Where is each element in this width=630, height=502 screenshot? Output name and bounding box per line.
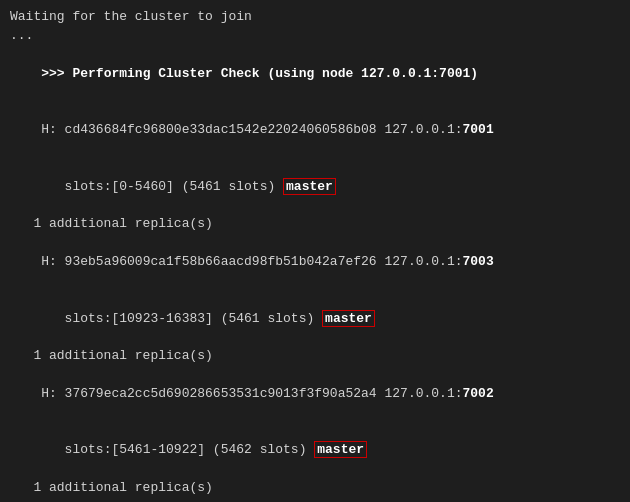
h2-replica-line: 1 additional replica(s) [10, 347, 620, 366]
h3-master-badge: master [314, 441, 367, 458]
h1-master-badge: master [283, 178, 336, 195]
prompt-arrow: >>> [41, 66, 72, 81]
h1-node-line: H: cd436684fc96800e33dac1542e22024060586… [10, 102, 620, 159]
h3-slots-text: slots:[5461-10922] (5462 slots) [41, 442, 314, 457]
h1-node-text: H: cd436684fc96800e33dac1542e22024060586… [41, 122, 462, 137]
h2-port: 7003 [463, 254, 494, 269]
h3-node-line: H: 37679eca2cc5d690286653531c9013f3f90a5… [10, 366, 620, 423]
performing-line: >>> Performing Cluster Check (using node… [10, 46, 620, 103]
terminal: Waiting for the cluster to join ... >>> … [0, 0, 630, 502]
dots-line: ... [10, 27, 620, 46]
h1-port: 7001 [463, 122, 494, 137]
performing-text: Performing Cluster Check (using node 127… [72, 66, 478, 81]
h3-slots-line: slots:[5461-10922] (5462 slots) master [10, 423, 620, 480]
h3-replica-line: 1 additional replica(s) [10, 479, 620, 498]
wait-line: Waiting for the cluster to join [10, 8, 620, 27]
h1-slots-text: slots:[0-5460] (5461 slots) [41, 179, 283, 194]
h2-node-text: H: 93eb5a96009ca1f58b66aacd98fb51b042a7e… [41, 254, 462, 269]
h2-slots-text: slots:[10923-16383] (5461 slots) [41, 311, 322, 326]
h2-node-line: H: 93eb5a96009ca1f58b66aacd98fb51b042a7e… [10, 234, 620, 291]
h1-replica-line: 1 additional replica(s) [10, 215, 620, 234]
h3-node-text: H: 37679eca2cc5d690286653531c9013f3f90a5… [41, 386, 462, 401]
h2-slots-line: slots:[10923-16383] (5461 slots) master [10, 291, 620, 348]
s1-node-line: S: 95506b101669c1624788c53ff116b127a044c… [10, 498, 620, 502]
h1-slots-line: slots:[0-5460] (5461 slots) master [10, 159, 620, 216]
h3-port: 7002 [463, 386, 494, 401]
h2-master-badge: master [322, 310, 375, 327]
